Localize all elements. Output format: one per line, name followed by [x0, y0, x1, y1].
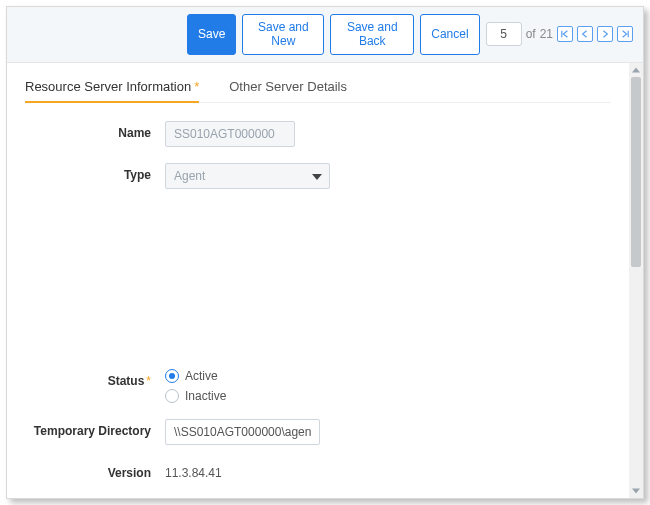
name-input — [165, 121, 295, 147]
pagination-total: 21 — [540, 27, 553, 41]
spacer — [25, 205, 611, 353]
pagination: of 21 — [486, 22, 633, 46]
prev-page-button[interactable] — [577, 26, 593, 42]
tab-resource-server-info[interactable]: Resource Server Information* — [25, 73, 199, 102]
status-inactive-label: Inactive — [185, 389, 226, 403]
radio-unchecked-icon — [165, 389, 179, 403]
scroll-up-icon[interactable] — [629, 63, 643, 77]
toolbar-actions: Save Save and New Save and Back Cancel — [187, 14, 480, 55]
tempdir-input[interactable] — [165, 419, 320, 445]
toolbar: Save Save and New Save and Back Cancel o… — [7, 7, 643, 63]
last-icon — [621, 30, 629, 38]
last-page-button[interactable] — [617, 26, 633, 42]
name-label: Name — [25, 121, 165, 140]
status-radio-group: Active Inactive — [165, 369, 226, 403]
type-label: Type — [25, 163, 165, 182]
scroll-down-icon[interactable] — [629, 484, 643, 498]
row-tempdir: Temporary Directory — [25, 419, 611, 445]
tabs: Resource Server Information* Other Serve… — [25, 73, 611, 103]
tab-label: Resource Server Information — [25, 79, 191, 94]
window: Save Save and New Save and Back Cancel o… — [6, 6, 644, 499]
pagination-of-label: of — [526, 27, 536, 41]
status-inactive-radio[interactable]: Inactive — [165, 389, 226, 403]
scroll-thumb[interactable] — [631, 77, 641, 267]
form: Name Type — [25, 121, 611, 480]
chevron-right-icon — [601, 30, 609, 38]
save-and-back-button[interactable]: Save and Back — [330, 14, 414, 55]
required-indicator: * — [194, 79, 199, 94]
body: Resource Server Information* Other Serve… — [7, 63, 643, 498]
status-label: Status* — [25, 369, 165, 388]
tempdir-label: Temporary Directory — [25, 419, 165, 438]
save-and-new-button[interactable]: Save and New — [242, 14, 324, 55]
radio-checked-icon — [165, 369, 179, 383]
first-page-button[interactable] — [557, 26, 573, 42]
scroll-track[interactable] — [629, 77, 643, 484]
status-active-label: Active — [185, 369, 218, 383]
version-label: Version — [25, 461, 165, 480]
version-value: 11.3.84.41 — [165, 461, 222, 480]
next-page-button[interactable] — [597, 26, 613, 42]
save-button[interactable]: Save — [187, 14, 236, 55]
type-value — [165, 163, 330, 189]
cancel-button[interactable]: Cancel — [420, 14, 479, 55]
row-type: Type — [25, 163, 611, 189]
vertical-scrollbar[interactable] — [629, 63, 643, 498]
row-status: Status* Active Inactive — [25, 369, 611, 403]
row-version: Version 11.3.84.41 — [25, 461, 611, 480]
chevron-left-icon — [581, 30, 589, 38]
type-select[interactable] — [165, 163, 330, 189]
content: Resource Server Information* Other Serve… — [7, 63, 629, 498]
tab-other-server-details[interactable]: Other Server Details — [229, 73, 347, 102]
status-active-radio[interactable]: Active — [165, 369, 226, 383]
page-number-input[interactable] — [486, 22, 522, 46]
row-name: Name — [25, 121, 611, 147]
first-icon — [561, 30, 569, 38]
